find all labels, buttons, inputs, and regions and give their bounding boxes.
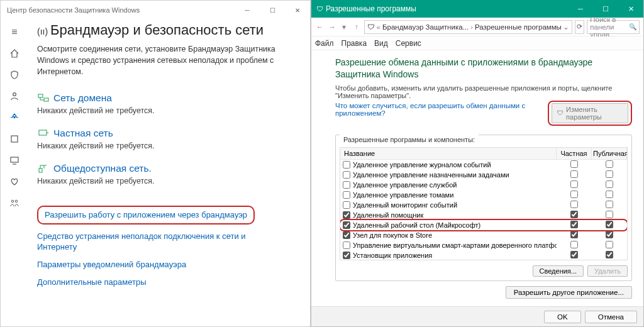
row-enabled-checkbox[interactable] <box>343 161 350 169</box>
change-settings-button[interactable]: 🛡 Изменить параметры <box>552 103 628 123</box>
table-row[interactable]: Управление виртуальными смарт-картами до… <box>340 240 627 250</box>
svg-rect-8 <box>39 130 47 135</box>
account-icon[interactable] <box>8 90 21 103</box>
col-private[interactable]: Частная <box>557 148 592 159</box>
row-private-checkbox[interactable] <box>570 201 578 208</box>
row-name: Узел для покупок в Store <box>353 231 432 239</box>
allow-another-app-button[interactable]: Разрешить другое приложение... <box>506 286 632 299</box>
remove-button[interactable]: Удалить <box>587 265 628 277</box>
row-enabled-checkbox[interactable] <box>343 171 350 179</box>
row-public-checkbox[interactable] <box>606 251 613 258</box>
device-health-icon[interactable] <box>8 154 21 167</box>
row-public-checkbox[interactable] <box>606 201 613 208</box>
window-title: Разрешенные программы <box>326 4 568 13</box>
minimize-button[interactable]: ─ <box>568 0 593 18</box>
row-enabled-checkbox[interactable] <box>343 231 350 239</box>
row-private-checkbox[interactable] <box>570 251 578 258</box>
troubleshoot-link[interactable]: Средство устранения неполадок подключени… <box>37 231 276 253</box>
maximize-button[interactable]: ☐ <box>260 1 285 19</box>
details-button[interactable]: Сведения... <box>533 265 584 277</box>
row-private-checkbox[interactable] <box>570 191 578 198</box>
row-public-checkbox[interactable] <box>606 180 613 188</box>
breadcrumb[interactable]: 🛡 « Брандмауэр Защитника... › Разрешенны… <box>364 20 572 34</box>
row-private-checkbox[interactable] <box>570 211 578 218</box>
page-heading: (ıı)Брандмауэр и безопасность сети <box>37 22 297 38</box>
table-row[interactable]: Удаленный рабочий стол (Майкрософт) <box>340 220 627 230</box>
recent-button[interactable]: ▾ <box>340 20 349 34</box>
table-row[interactable]: Удаленный мониторинг событий <box>340 200 627 210</box>
cancel-button[interactable]: Отмена <box>585 311 637 323</box>
col-name[interactable]: Название <box>340 148 557 159</box>
svg-point-4 <box>11 200 14 202</box>
row-public-checkbox[interactable] <box>606 211 613 218</box>
row-public-checkbox[interactable] <box>606 170 613 178</box>
row-name: Удаленное управление журналом событий <box>353 161 491 169</box>
hamburger-icon[interactable]: ≡ <box>8 26 21 38</box>
domain-network-label: Сеть домена <box>53 92 112 104</box>
row-enabled-checkbox[interactable] <box>343 252 350 259</box>
ok-button[interactable]: OK <box>544 311 581 323</box>
shield-icon[interactable] <box>8 69 21 81</box>
row-enabled-checkbox[interactable] <box>343 181 350 189</box>
content: Разрешение обмена данными с приложениями… <box>311 50 643 306</box>
family-icon[interactable] <box>8 197 21 209</box>
row-public-checkbox[interactable] <box>606 221 613 228</box>
notifications-link[interactable]: Параметры уведомлений брандмауэра <box>37 259 276 270</box>
up-button[interactable]: ↑ <box>352 20 361 34</box>
row-enabled-checkbox[interactable] <box>343 241 350 249</box>
sidebar: ≡ <box>1 19 28 326</box>
back-button[interactable]: ← <box>315 20 325 34</box>
close-button[interactable]: ✕ <box>285 1 310 19</box>
row-enabled-checkbox[interactable] <box>343 221 350 229</box>
table-row[interactable]: Узел для покупок в Store <box>340 230 627 240</box>
search-input[interactable]: Поиск в панели управ... 🔍 <box>587 20 640 34</box>
public-network-section[interactable]: Общедоступная сеть. Никаких действий не … <box>37 163 297 186</box>
menubar: Файл Правка Вид Сервис <box>311 36 643 50</box>
allow-app-link[interactable]: Разрешить работу с приложением через бра… <box>37 206 255 224</box>
svg-rect-6 <box>38 94 43 97</box>
table-row[interactable]: Удаленное управление томами <box>340 190 627 200</box>
advanced-settings-link[interactable]: Дополнительные параметры <box>37 277 276 288</box>
row-public-checkbox[interactable] <box>606 191 613 198</box>
table-row[interactable]: Удаленное управление службой <box>340 180 627 190</box>
home-icon[interactable] <box>8 47 21 60</box>
refresh-button[interactable]: ⟳ <box>575 20 584 34</box>
row-private-checkbox[interactable] <box>570 170 578 178</box>
row-enabled-checkbox[interactable] <box>343 201 350 209</box>
minimize-button[interactable]: ─ <box>235 1 260 19</box>
domain-network-section[interactable]: Сеть домена Никаких действий не требуетс… <box>37 92 297 115</box>
private-network-status: Никаких действий не требуется. <box>37 141 297 150</box>
app-control-icon[interactable] <box>8 133 21 145</box>
table-header: Название Частная Публичная <box>340 148 627 160</box>
forward-button[interactable]: → <box>327 20 336 34</box>
menu-view[interactable]: Вид <box>374 39 388 48</box>
path-seg-1: Брандмауэр Защитника... <box>382 23 469 31</box>
menu-edit[interactable]: Правка <box>341 39 367 48</box>
svg-rect-2 <box>11 136 18 142</box>
row-public-checkbox[interactable] <box>606 160 613 168</box>
public-network-label: Общедоступная сеть. <box>53 163 152 174</box>
firewall-icon[interactable] <box>8 111 21 124</box>
table-row[interactable]: Удаленное управление журналом событий <box>340 160 627 170</box>
col-public[interactable]: Публичная <box>592 148 627 159</box>
row-public-checkbox[interactable] <box>606 241 613 248</box>
row-enabled-checkbox[interactable] <box>343 211 350 219</box>
row-enabled-checkbox[interactable] <box>343 191 350 199</box>
table-row[interactable]: Удаленный помощник <box>340 210 627 220</box>
row-private-checkbox[interactable] <box>570 241 578 248</box>
row-private-checkbox[interactable] <box>570 160 578 168</box>
allowed-apps-table[interactable]: Название Частная Публичная Удаленное упр… <box>340 147 628 260</box>
risk-link[interactable]: Что может случиться, если разрешить обме… <box>335 102 544 117</box>
heart-icon[interactable] <box>8 175 21 188</box>
row-private-checkbox[interactable] <box>570 231 578 238</box>
menu-file[interactable]: Файл <box>315 39 334 48</box>
row-public-checkbox[interactable] <box>606 231 613 238</box>
row-private-checkbox[interactable] <box>570 180 578 188</box>
dropdown-icon[interactable]: ⌄ <box>563 23 569 31</box>
row-private-checkbox[interactable] <box>570 221 578 228</box>
table-row[interactable]: Установщик приложения <box>340 250 627 260</box>
menu-tools[interactable]: Сервис <box>396 39 421 48</box>
private-network-section[interactable]: Частная сеть Никаких действий не требует… <box>37 128 297 150</box>
table-row[interactable]: Удаленное управление назначенными задача… <box>340 170 627 180</box>
search-icon: 🔍 <box>629 23 636 30</box>
